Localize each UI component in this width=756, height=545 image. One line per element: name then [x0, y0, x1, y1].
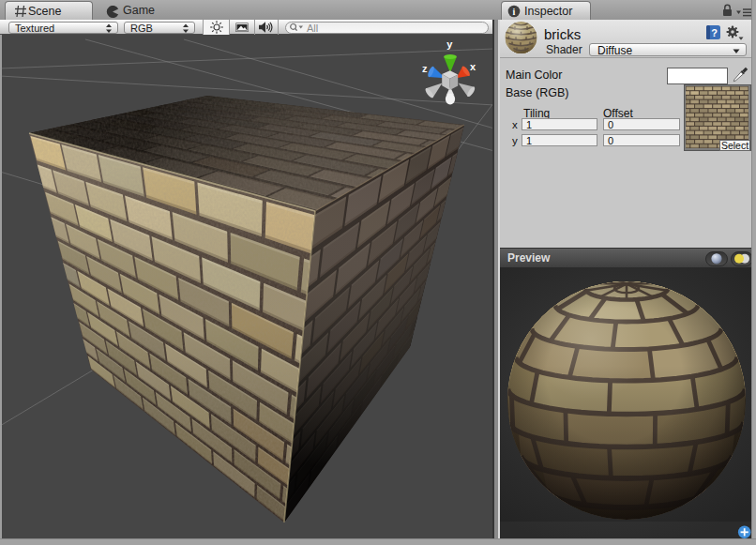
svg-text:z: z	[422, 63, 428, 74]
svg-text:x: x	[470, 61, 476, 72]
svg-text:?: ?	[711, 27, 718, 38]
svg-text:y: y	[446, 38, 453, 50]
svg-text:i: i	[513, 7, 516, 17]
